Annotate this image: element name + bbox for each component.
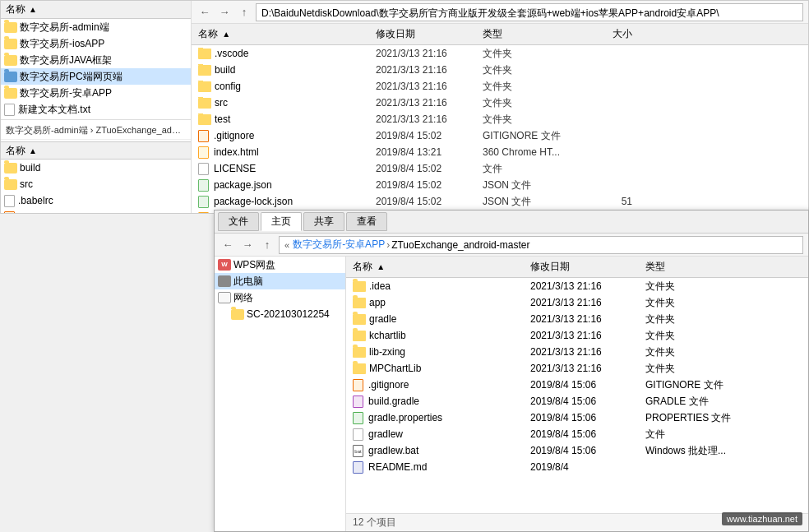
file-row[interactable]: LICENSE 2019/8/4 15:02 文件 — [192, 160, 808, 177]
tree-item-txt[interactable]: 新建文本文档.txt — [1, 101, 191, 118]
file-date: 2021/3/13 21:16 — [527, 363, 642, 374]
forward-btn[interactable]: → — [216, 4, 233, 21]
file-row[interactable]: src 2021/3/13 21:16 文件夹 — [192, 95, 808, 111]
file-row[interactable]: bat gradlew.bat 2019/8/4 15:06 Windows 批… — [346, 442, 808, 459]
file-name: .gitignore — [368, 379, 409, 391]
folder-icon — [4, 39, 17, 49]
file-row[interactable]: package.json 2019/8/4 15:02 JSON 文件 — [192, 177, 808, 193]
breadcrumb-item1[interactable]: 数字交易所-安卓APP — [293, 238, 385, 252]
file-name: package.json — [214, 179, 272, 191]
bottom-file-list-header: 名称 ▲ 修改日期 类型 — [346, 257, 808, 278]
left-sub-tree: build src .babelrc .gitignore index.html — [1, 160, 191, 213]
tab-view[interactable]: 查看 — [346, 212, 387, 231]
file-name-cell: gradle — [346, 313, 527, 325]
folder-icon — [353, 363, 366, 374]
file-name: gradlew.bat — [368, 445, 418, 456]
file-name-cell: package-lock.json — [192, 196, 372, 208]
folder-icon — [198, 65, 211, 76]
col-name-bottom[interactable]: 名称 ▲ — [346, 258, 527, 275]
file-icon — [198, 146, 209, 159]
file-type: 文件夹 — [479, 63, 578, 77]
folder-icon — [4, 88, 17, 99]
col-type-bottom[interactable]: 类型 — [642, 258, 749, 275]
file-row[interactable]: kchartlib 2021/3/13 21:16 文件夹 — [346, 327, 808, 344]
file-name-cell: test — [192, 113, 372, 125]
file-date: 2021/3/13 21:16 — [372, 97, 479, 109]
file-row[interactable]: gradle.properties 2019/8/4 15:06 PROPERT… — [346, 409, 808, 426]
file-type: PROPERTIES 文件 — [642, 411, 749, 425]
file-name: MPChartLib — [369, 363, 421, 374]
file-row[interactable]: build.gradle 2019/8/4 15:06 GRADLE 文件 — [346, 393, 808, 409]
file-name-cell: .gitignore — [192, 130, 372, 142]
file-type: 文件夹 — [642, 280, 749, 294]
sub-item-label: build — [20, 162, 40, 173]
tree-item-sc[interactable]: SC-202103012254 — [215, 306, 345, 322]
file-row[interactable]: app 2021/3/13 21:16 文件夹 — [346, 294, 808, 311]
sub-item-label: .gitignore — [18, 211, 58, 213]
file-icon — [4, 211, 15, 214]
file-name-cell: kchartlib — [346, 330, 527, 341]
file-row[interactable]: .idea 2021/3/13 21:16 文件夹 — [346, 278, 808, 294]
folder-icon — [4, 22, 17, 33]
address-path-top[interactable]: D:\BaiduNetdiskDownload\数字交易所官方商业版开发级全套源… — [256, 3, 803, 21]
file-row[interactable]: .gitignore 2019/8/4 15:02 GITIGNORE 文件 — [192, 127, 808, 144]
back-btn[interactable]: ← — [196, 4, 213, 21]
tree-item-network[interactable]: 网络 — [215, 289, 345, 306]
file-row[interactable]: lib-zxing 2021/3/13 21:16 文件夹 — [346, 344, 808, 360]
tree-item-thispc[interactable]: 此电脑 — [215, 273, 345, 289]
tree-item-java[interactable]: 数字交易所JAVA框架 — [1, 52, 191, 68]
sub-item-build[interactable]: build — [1, 160, 191, 176]
tree-item-admin[interactable]: 数字交易所-admin端 — [1, 19, 191, 35]
file-row[interactable]: config 2021/3/13 21:16 文件夹 — [192, 78, 808, 95]
file-type: Windows 批处理... — [642, 444, 749, 458]
file-row[interactable]: .gitignore 2019/8/4 15:06 GITIGNORE 文件 — [346, 377, 808, 393]
file-name-cell: lib-zxing — [346, 346, 527, 358]
file-name-cell: .idea — [346, 280, 527, 292]
file-date: 2021/3/13 21:16 — [372, 64, 479, 76]
file-name-cell: gradle.properties — [346, 412, 527, 424]
up-btn[interactable]: ↑ — [236, 4, 252, 21]
file-date: 2021/3/13 21:16 — [527, 346, 642, 358]
file-row[interactable]: index.html 2019/8/4 13:21 360 Chrome HT.… — [192, 144, 808, 160]
col-type-header[interactable]: 类型 — [479, 25, 578, 43]
file-name-cell: README.md — [346, 461, 527, 474]
forward-btn-bottom[interactable]: → — [239, 237, 256, 253]
tree-item-android[interactable]: 数字交易所-安卓APP — [1, 85, 191, 101]
breadcrumb-bottom[interactable]: « 数字交易所-安卓APP › ZTuoExchange_android-mas… — [279, 236, 803, 254]
file-date: 2019/8/4 — [527, 461, 642, 473]
bottom-file-list: .idea 2021/3/13 21:16 文件夹 app 2021/3/13 … — [346, 278, 808, 513]
sub-item-src[interactable]: src — [1, 176, 191, 192]
tab-file[interactable]: 文件 — [218, 212, 259, 231]
tab-share[interactable]: 共享 — [303, 212, 344, 231]
back-btn-bottom[interactable]: ← — [220, 237, 236, 253]
folder-icon — [353, 281, 366, 292]
file-row[interactable]: gradlew 2019/8/4 15:06 文件 — [346, 426, 808, 442]
up-btn-bottom[interactable]: ↑ — [259, 237, 275, 253]
col-date-bottom[interactable]: 修改日期 — [527, 258, 642, 275]
tree-item-ios[interactable]: 数字交易所-iosAPP — [1, 35, 191, 52]
file-icon — [4, 104, 15, 116]
tree-item-wps[interactable]: W WPS网盘 — [215, 257, 345, 273]
sub-item-babelrc[interactable]: .babelrc — [1, 192, 191, 209]
file-row[interactable]: package-lock.json 2019/8/4 15:02 JSON 文件… — [192, 193, 808, 210]
file-name-cell: gradlew — [346, 428, 527, 441]
file-type: 360 Chrome HT... — [479, 146, 578, 158]
file-name-cell: .vscode — [192, 48, 372, 59]
sub-item-gitignore[interactable]: .gitignore — [1, 209, 191, 213]
file-row[interactable]: .vscode 2021/3/13 21:16 文件夹 — [192, 45, 808, 62]
col-size-header[interactable]: 大小 — [578, 25, 636, 43]
col-name-header[interactable]: 名称 ▲ — [192, 25, 372, 43]
file-row[interactable]: MPChartLib 2021/3/13 21:16 文件夹 — [346, 360, 808, 377]
tree-item-pc-web[interactable]: 数字交易所PC端网页端 — [1, 68, 191, 85]
folder-icon — [4, 163, 17, 173]
col-date-header[interactable]: 修改日期 — [372, 25, 479, 43]
file-row[interactable]: gradle 2021/3/13 21:16 文件夹 — [346, 311, 808, 327]
file-row[interactable]: README.md 2019/8/4 — [346, 459, 808, 475]
file-icon — [198, 163, 209, 175]
file-name-cell: app — [346, 297, 527, 308]
file-row[interactable]: test 2021/3/13 21:16 文件夹 — [192, 111, 808, 127]
file-row[interactable]: build 2021/3/13 21:16 文件夹 — [192, 62, 808, 78]
tab-home[interactable]: 主页 — [261, 212, 302, 231]
left-col-header: 名称 — [6, 2, 25, 16]
file-name-cell: bat gradlew.bat — [346, 445, 527, 457]
